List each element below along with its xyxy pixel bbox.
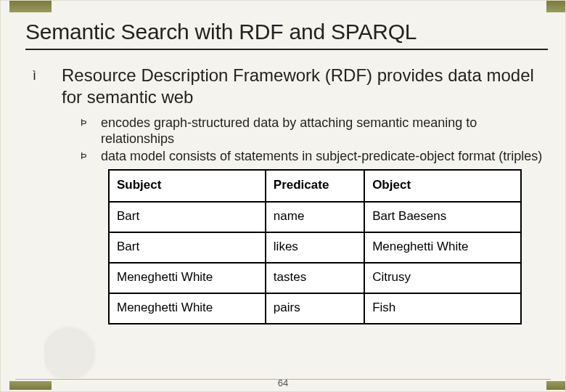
table-row: Meneghetti White tastes Citrusy [109,263,521,293]
triples-table-wrap: Subject Predicate Object Bart name Bart … [108,169,522,324]
arrow-left-icon: ì [33,65,62,108]
cell-predicate: pairs [266,293,364,324]
cell-subject: Meneghetti White [109,293,266,324]
cell-predicate: likes [266,232,364,263]
cell-object: Bart Baesens [364,202,521,232]
table-header-row: Subject Predicate Object [109,170,521,202]
cell-predicate: tastes [266,263,364,293]
bullet-level2: Þ encodes graph-structured data by attac… [81,115,545,147]
slide-title: Semantic Search with RDF and SPARQL [25,20,548,50]
cell-predicate: name [266,202,364,232]
decor-bottom-rule [15,379,551,380]
triples-table: Subject Predicate Object Bart name Bart … [108,169,522,324]
sub-bullet-icon: Þ [81,149,101,165]
sub-bullet-icon: Þ [81,115,101,147]
cell-object: Meneghetti White [364,232,521,263]
cell-subject: Bart [109,202,266,232]
slide-content: Semantic Search with RDF and SPARQL ì Re… [1,1,565,391]
cell-subject: Bart [109,232,266,263]
th-subject: Subject [109,170,266,202]
th-predicate: Predicate [266,170,364,202]
bullet-level2: Þ data model consists of statements in s… [81,149,545,165]
bullet-level2-text: encodes graph-structured data by attachi… [101,115,545,147]
bullet-level1-text: Resource Description Framework (RDF) pro… [62,65,545,108]
bullet-level2-text: data model consists of statements in sub… [101,149,542,165]
bullet-level1: ì Resource Description Framework (RDF) p… [33,65,545,108]
cell-object: Fish [364,293,521,324]
table-row: Meneghetti White pairs Fish [109,293,521,324]
th-object: Object [364,170,521,202]
cell-subject: Meneghetti White [109,263,266,293]
table-row: Bart name Bart Baesens [109,202,521,232]
cell-object: Citrusy [364,263,521,293]
table-row: Bart likes Meneghetti White [109,232,521,263]
